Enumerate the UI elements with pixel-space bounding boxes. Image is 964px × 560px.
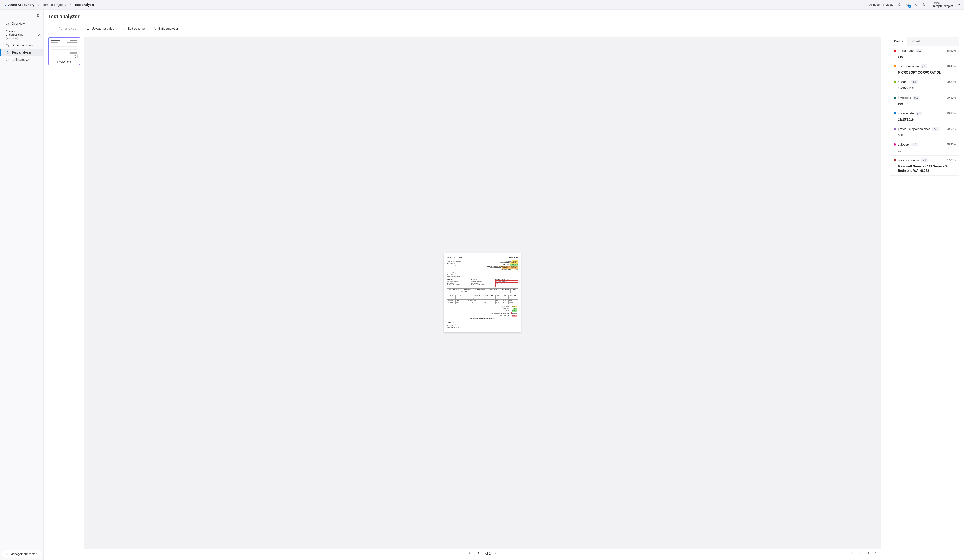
- meta-val: 12/15/2019: [510, 264, 518, 266]
- meta-label: CUSTOMER NAME:: [485, 266, 498, 267]
- pencil-icon: [123, 27, 126, 30]
- viewer-page-input[interactable]: [474, 551, 483, 556]
- crumb-page: Test analyzer: [75, 3, 94, 6]
- field-confidence: 88.60%: [946, 49, 956, 52]
- field-item[interactable]: previousunpaidbalance p.1 99.60% 500: [890, 125, 959, 140]
- hubs-switcher[interactable]: All hubs + projects: [869, 3, 894, 6]
- upload-files-label: Upload test files: [91, 27, 114, 30]
- chevron-down-icon: [957, 3, 961, 6]
- field-page-pill: p.1: [913, 96, 919, 99]
- management-center-button[interactable]: Management center: [2, 550, 41, 558]
- feedback-icon[interactable]: [922, 2, 927, 7]
- field-page-pill: p.1: [916, 112, 922, 115]
- doc-svcaddr: Microsoft Services123 Service St,Redmond…: [495, 280, 518, 287]
- project-switcher[interactable]: Project sample-project: [930, 2, 961, 8]
- doc-totals: SUBTOTAL$100.00SALES TAX$10.00TOTAL$110.…: [485, 305, 518, 317]
- field-color-dot: [894, 143, 896, 146]
- chevron-updown-icon: [64, 3, 66, 6]
- field-page-pill: p.1: [911, 80, 918, 84]
- field-confidence: 95.40%: [946, 143, 956, 146]
- svg-point-8: [155, 29, 156, 30]
- upload-icon: [87, 27, 90, 30]
- nav-overview[interactable]: Overview: [0, 20, 44, 27]
- field-page-pill: p.1: [921, 158, 928, 162]
- brand-label: Azure AI Foundry: [8, 3, 34, 6]
- settings-icon[interactable]: [913, 2, 918, 7]
- rotate-icon[interactable]: [873, 552, 878, 555]
- field-item[interactable]: salestax p.1 95.40% 10: [890, 140, 959, 156]
- viewer-prev-page[interactable]: [467, 552, 472, 555]
- thumbnail-item[interactable]: invoice.png: [48, 37, 80, 65]
- field-color-dot: [894, 81, 896, 83]
- trash-icon: [74, 55, 77, 58]
- field-item[interactable]: invoicedate p.1 99.80% 11/15/2019: [890, 109, 959, 125]
- doc-company: CONTOSO LTD.: [447, 256, 462, 259]
- edit-schema-label: Edit schema: [127, 27, 145, 30]
- thumbnail-delete-button[interactable]: [73, 54, 78, 59]
- viewer-canvas[interactable]: CONTOSO LTD. INVOICE Contoso Headquarter…: [84, 37, 881, 549]
- svg-point-23: [868, 553, 868, 553]
- edit-schema-button[interactable]: Edit schema: [121, 26, 146, 31]
- field-color-dot: [894, 65, 896, 67]
- field-confidence: 99.80%: [946, 80, 956, 83]
- viewer-footer: of 1: [84, 549, 881, 558]
- field-item[interactable]: duedate p.1 99.80% 12/15/2019: [890, 77, 959, 93]
- field-name: serviceaddress: [898, 158, 919, 162]
- invoice-document: CONTOSO LTD. INVOICE Contoso Headquarter…: [444, 253, 521, 333]
- doc-items-table: DATEITEM CODEDESCRIPTIONQTYUMPRICETAXAMO…: [447, 295, 518, 304]
- meta-val: MICROSOFT CORPORATION: [499, 266, 518, 268]
- build-analyzer-button[interactable]: Build analyzer: [152, 26, 180, 31]
- doc-shipto-block: Microsoft Corp123 Other St,Redmond WA, 9…: [447, 272, 518, 277]
- fit-icon[interactable]: [865, 552, 870, 555]
- field-value: 500: [898, 133, 956, 137]
- nav-overview-label: Overview: [11, 22, 25, 25]
- result-tabs: Fields Result: [890, 37, 959, 46]
- doc-type: INVOICE: [509, 256, 518, 259]
- chevron-up-icon: [38, 34, 41, 36]
- tab-result[interactable]: Result: [907, 37, 925, 46]
- field-item[interactable]: customername p.1 98.40% MICROSOFT CORPOR…: [890, 62, 959, 77]
- sidebar-collapse-button[interactable]: [36, 14, 39, 18]
- field-list[interactable]: amountdue p.1 88.60% 610 customername p.…: [890, 46, 959, 558]
- layout: Overview Content Understanding PREVIEW D…: [0, 10, 964, 560]
- nav-build-analyzer[interactable]: Build analyzer: [0, 56, 44, 63]
- upload-files-button[interactable]: Upload test files: [85, 26, 116, 31]
- doc-shipto: Microsoft Delivery123 Ship St,Redmond WA…: [471, 280, 493, 286]
- tab-fields[interactable]: Fields: [890, 37, 907, 46]
- meta-label: INVOICE:: [506, 260, 512, 262]
- zoom-out-icon[interactable]: [857, 552, 862, 555]
- field-name: salestax: [898, 143, 909, 146]
- crumb-project[interactable]: sample-project: [42, 3, 66, 6]
- brand[interactable]: Azure AI Foundry: [3, 3, 34, 6]
- splitter-handle[interactable]: ‖: [885, 37, 886, 558]
- nav-group-line2: Understanding: [6, 33, 23, 36]
- nav-build-analyzer-label: Build analyzer: [11, 58, 31, 62]
- bell-icon[interactable]: [897, 2, 902, 7]
- svg-point-7: [154, 28, 155, 28]
- megaphone-icon[interactable]: [905, 2, 910, 7]
- field-confidence: 98.40%: [946, 65, 956, 68]
- nav-test-analyzer[interactable]: Test analyzer: [0, 49, 44, 56]
- svg-rect-14: [67, 42, 77, 42]
- field-item[interactable]: invoiceID p.1 99.80% INV-100: [890, 93, 959, 109]
- field-item[interactable]: serviceaddress p.1 97.80% Microsoft Serv…: [890, 156, 959, 175]
- thumbnail-caption: invoice.png: [49, 59, 79, 64]
- zoom-in-icon[interactable]: [849, 552, 854, 555]
- meta-val: 11/15/2019: [510, 262, 518, 264]
- run-analysis-label: Run analysis: [59, 27, 77, 30]
- flow-icon: [153, 27, 156, 30]
- field-color-dot: [894, 159, 896, 161]
- viewer-next-page[interactable]: [493, 552, 498, 555]
- doc-hq: Contoso Headquarters123 456th StNew York…: [447, 260, 461, 266]
- viewer-zoom-controls: [849, 552, 878, 555]
- nav-define-schema[interactable]: Define schema: [0, 42, 44, 49]
- exit-icon: [5, 552, 8, 555]
- field-item[interactable]: amountdue p.1 88.60% 610: [890, 46, 959, 62]
- nav-test-analyzer-label: Test analyzer: [11, 51, 31, 54]
- field-confidence: 99.60%: [946, 127, 956, 131]
- svg-rect-15: [67, 43, 77, 44]
- toolbar: Run analysis Upload test files Edit sche…: [48, 23, 959, 34]
- nav-group-content-understanding[interactable]: Content Understanding PREVIEW: [0, 27, 44, 42]
- svg-rect-6: [8, 45, 8, 46]
- management-center-label: Management center: [10, 552, 37, 556]
